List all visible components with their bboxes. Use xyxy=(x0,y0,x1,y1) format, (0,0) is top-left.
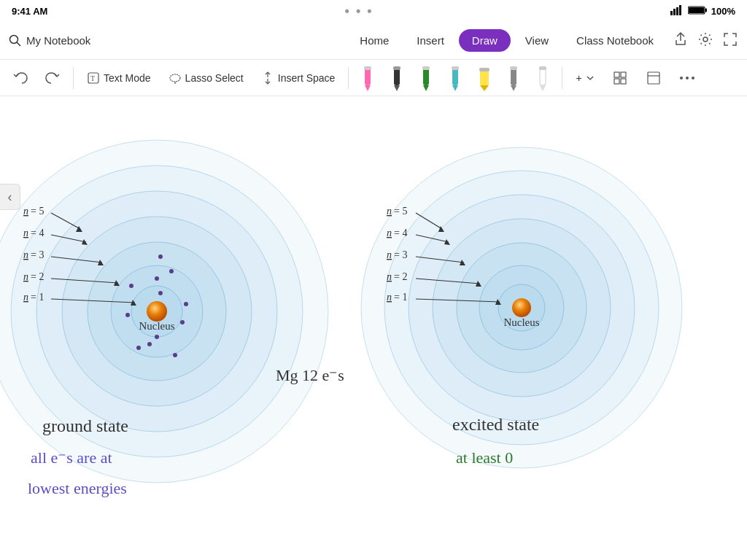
svg-point-57 xyxy=(129,284,133,288)
svg-point-56 xyxy=(169,269,174,273)
fullscreen-icon[interactable] xyxy=(722,31,738,50)
svg-line-69 xyxy=(51,213,80,229)
add-label: + xyxy=(576,72,581,84)
svg-point-50 xyxy=(88,242,226,381)
svg-line-98 xyxy=(416,213,442,229)
svg-text:n: n xyxy=(23,292,28,303)
pen-gray[interactable] xyxy=(500,65,527,91)
svg-text:n: n xyxy=(387,206,392,217)
svg-marker-107 xyxy=(460,260,465,265)
svg-text:at  least  0: at least 0 xyxy=(456,448,513,467)
svg-point-89 xyxy=(409,195,635,421)
tab-view[interactable]: View xyxy=(512,29,562,52)
lasso-button[interactable]: Lasso Select xyxy=(161,67,251,89)
svg-text:= 5: = 5 xyxy=(394,206,407,217)
tab-home[interactable]: Home xyxy=(347,29,402,52)
more-tools-button[interactable] xyxy=(672,70,703,86)
svg-marker-78 xyxy=(98,260,104,265)
svg-rect-3 xyxy=(679,5,681,15)
svg-text:Mg  12 e⁻s: Mg 12 e⁻s xyxy=(276,366,344,384)
undo-icon xyxy=(13,71,28,85)
svg-point-58 xyxy=(184,302,188,306)
svg-marker-26 xyxy=(452,85,458,91)
svg-line-73 xyxy=(51,235,86,242)
pen-black[interactable] xyxy=(384,65,410,91)
svg-point-44 xyxy=(686,77,689,79)
svg-rect-5 xyxy=(705,8,707,12)
svg-rect-22 xyxy=(423,68,429,85)
svg-rect-40 xyxy=(621,79,626,84)
svg-text:n: n xyxy=(387,249,392,260)
svg-point-64 xyxy=(155,335,159,339)
select-tool-icon xyxy=(612,70,628,86)
svg-point-65 xyxy=(136,346,141,350)
pen-teal[interactable] xyxy=(442,65,468,91)
svg-point-45 xyxy=(692,77,694,79)
svg-point-93 xyxy=(498,284,545,331)
svg-rect-34 xyxy=(540,68,546,85)
svg-marker-29 xyxy=(480,85,489,91)
pen-white[interactable] xyxy=(530,65,556,91)
svg-marker-23 xyxy=(423,85,429,91)
settings-icon[interactable] xyxy=(697,31,713,50)
svg-point-61 xyxy=(155,276,159,281)
nav-search[interactable]: My Notebook xyxy=(9,34,90,47)
sticky-note-button[interactable] xyxy=(638,66,669,90)
nav-right xyxy=(673,31,738,50)
svg-rect-2 xyxy=(676,7,678,15)
battery-percent: 100% xyxy=(711,6,735,17)
sidebar-toggle[interactable]: ‹ xyxy=(0,184,20,210)
svg-point-12 xyxy=(170,74,180,82)
svg-rect-38 xyxy=(621,72,626,77)
divider1 xyxy=(73,67,74,89)
tab-insert[interactable]: Insert xyxy=(403,29,457,52)
redo-icon xyxy=(45,71,60,85)
text-mode-button[interactable]: T Text Mode xyxy=(80,67,158,89)
svg-marker-103 xyxy=(444,239,450,245)
svg-text:= 2: = 2 xyxy=(31,271,44,282)
text-mode-label: Text Mode xyxy=(104,72,151,84)
insert-space-icon xyxy=(261,71,274,85)
select-tool-button[interactable] xyxy=(605,66,635,90)
add-button[interactable]: + xyxy=(568,68,601,88)
svg-marker-99 xyxy=(438,226,444,232)
canvas-area: ‹ Nucleus n = xyxy=(0,96,747,560)
tab-class-notebook[interactable]: Class Notebook xyxy=(563,29,667,52)
lasso-icon xyxy=(169,71,182,85)
svg-line-114 xyxy=(416,299,500,302)
svg-rect-33 xyxy=(510,66,517,70)
svg-point-66 xyxy=(158,291,163,295)
svg-point-90 xyxy=(433,219,611,397)
svg-line-85 xyxy=(51,299,135,303)
more-tools-icon xyxy=(679,74,695,82)
svg-rect-25 xyxy=(452,68,458,85)
svg-point-63 xyxy=(173,353,177,357)
pen-green[interactable] xyxy=(413,65,439,91)
svg-point-94 xyxy=(512,298,531,317)
dots-menu: • • • xyxy=(345,4,374,19)
svg-rect-24 xyxy=(422,66,430,70)
svg-point-91 xyxy=(457,243,587,373)
lasso-label: Lasso Select xyxy=(185,72,244,84)
svg-text:Nucleus: Nucleus xyxy=(503,316,539,328)
svg-point-53 xyxy=(147,301,167,322)
svg-point-62 xyxy=(147,342,152,346)
svg-point-43 xyxy=(680,77,683,79)
svg-point-51 xyxy=(111,265,203,357)
pen-pink[interactable] xyxy=(355,65,381,91)
svg-marker-35 xyxy=(540,85,546,91)
chevron-left-icon: ‹ xyxy=(8,190,12,205)
svg-marker-32 xyxy=(511,85,516,91)
share-icon[interactable] xyxy=(673,31,689,50)
divider3 xyxy=(562,67,562,89)
svg-text:T: T xyxy=(90,74,95,82)
pen-yellow-highlighter[interactable] xyxy=(471,65,498,91)
svg-text:n: n xyxy=(23,249,28,260)
insert-space-button[interactable]: Insert Space xyxy=(254,67,343,89)
undo-button[interactable] xyxy=(6,66,35,90)
svg-rect-37 xyxy=(614,72,619,77)
svg-text:excited  state: excited state xyxy=(452,415,539,434)
redo-button[interactable] xyxy=(38,66,67,90)
tab-draw[interactable]: Draw xyxy=(459,29,511,52)
svg-text:Nucleus: Nucleus xyxy=(139,320,174,332)
